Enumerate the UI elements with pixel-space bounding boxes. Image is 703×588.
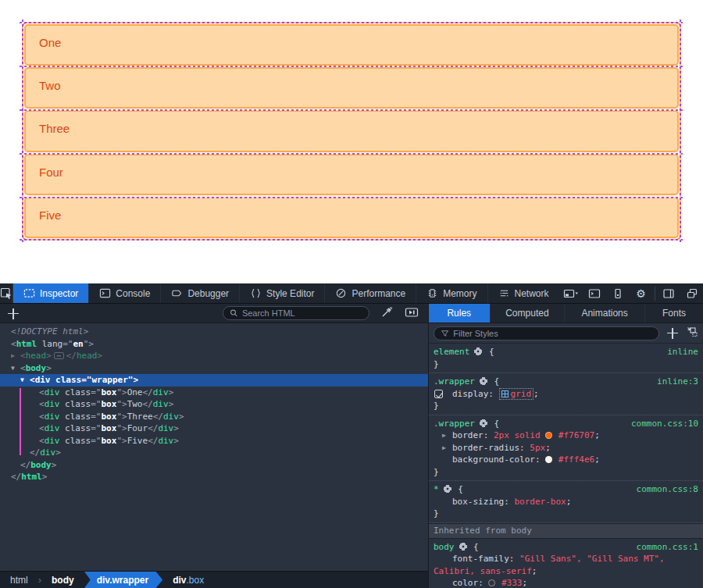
grid-highlighter-icon[interactable]: [501, 390, 509, 397]
markup-line[interactable]: <html lang="en">: [0, 338, 428, 351]
breadcrumb-item-body[interactable]: body: [41, 572, 84, 588]
collapse-arrow-icon[interactable]: ▼: [11, 362, 15, 375]
selector-gear-icon[interactable]: [480, 419, 487, 427]
property-value[interactable]: #f76707: [553, 430, 594, 440]
selector-gear-icon[interactable]: [474, 347, 482, 355]
tab-fonts[interactable]: Fonts: [645, 304, 703, 323]
tab-network[interactable]: Network: [488, 283, 559, 303]
css-property[interactable]: ▶border-radius: 5px;: [429, 442, 703, 454]
property-name[interactable]: color: [452, 578, 478, 588]
rule-source-link[interactable]: common.css:1: [637, 541, 698, 554]
markup-line[interactable]: ▶<head></head>: [0, 350, 428, 362]
property-semicolon: ;: [566, 497, 572, 507]
popout-window-button[interactable]: [680, 283, 703, 304]
selector-gear-icon[interactable]: [444, 485, 451, 493]
property-name[interactable]: border: [452, 430, 484, 440]
css-property[interactable]: ▶border: 2px solid #f76707;: [429, 429, 703, 442]
markup-line[interactable]: <div class="box">Three</div>: [0, 411, 428, 423]
color-swatch[interactable]: [545, 456, 552, 463]
property-name[interactable]: display: [452, 389, 488, 399]
tab-inspector[interactable]: Inspector: [13, 283, 89, 303]
add-node-button[interactable]: [0, 304, 27, 323]
paused-overlay-button[interactable]: [405, 306, 419, 321]
tab-memory[interactable]: Memory: [416, 283, 487, 303]
expand-property-icon[interactable]: ▶: [442, 442, 446, 454]
enable-property-checkbox[interactable]: [434, 390, 443, 398]
filter-styles-input[interactable]: [453, 329, 652, 338]
breadcrumb-item-divwrapper[interactable]: div.wrapper: [84, 572, 162, 588]
tab-animations[interactable]: Animations: [565, 304, 645, 323]
property-name[interactable]: background-color: [452, 454, 535, 465]
rule-selector-line[interactable]: .wrapper {inline:3: [429, 376, 703, 388]
split-console-button[interactable]: [583, 283, 606, 304]
rule-selector[interactable]: body: [434, 542, 455, 552]
rule-selector[interactable]: .wrapper: [434, 419, 475, 429]
dock-options-button[interactable]: [559, 283, 583, 304]
expand-arrow-icon[interactable]: ▶: [11, 350, 15, 362]
rule-source-link[interactable]: inline: [667, 346, 698, 358]
markup-line[interactable]: <div class="box">Four</div>: [0, 422, 428, 435]
markup-line[interactable]: </body>: [0, 459, 428, 472]
property-name[interactable]: border-radius: [452, 443, 519, 453]
eyedropper-button[interactable]: [380, 305, 394, 321]
add-rule-button[interactable]: [666, 326, 680, 340]
rule-selector-line[interactable]: body {common.css:1: [429, 541, 703, 554]
rule-selector[interactable]: *: [434, 484, 439, 494]
tab-debugger[interactable]: Debugger: [161, 283, 240, 303]
rule-selector-line[interactable]: element {inline: [429, 346, 703, 358]
markup-line[interactable]: <div class="box">One</div>: [0, 387, 428, 399]
tab-computed[interactable]: Computed: [491, 304, 566, 323]
property-name[interactable]: font-family: [452, 554, 509, 564]
element-picker-button[interactable]: [0, 283, 13, 303]
rule-source-link[interactable]: common.css:8: [637, 483, 698, 496]
rule-selector[interactable]: element: [434, 347, 469, 357]
css-property[interactable]: font-family: "Gill Sans", "Gill Sans MT"…: [429, 553, 703, 577]
pseudo-class-panel-button[interactable]: [686, 326, 698, 340]
selector-gear-icon[interactable]: [480, 377, 487, 385]
rule-source-link[interactable]: common.css:10: [631, 418, 698, 430]
breadcrumb-item-html[interactable]: html: [0, 572, 38, 588]
markup-line[interactable]: <div class="box">Five</div>: [0, 435, 428, 447]
css-property[interactable]: background-color: #fff4e6;: [429, 454, 703, 466]
markup-line[interactable]: </div>: [0, 447, 428, 459]
property-value[interactable]: border-box: [514, 497, 566, 507]
responsive-design-button[interactable]: [606, 283, 630, 304]
tab-rules[interactable]: Rules: [429, 304, 491, 323]
markup-line[interactable]: ▼<div class="wrapper">: [0, 374, 428, 387]
search-html-input[interactable]: [242, 308, 362, 318]
markup-token: div: [40, 447, 55, 458]
property-value[interactable]: "Gill Sans", "Gill Sans MT",: [519, 554, 664, 564]
breadcrumb-item-div[interactable]: div.box: [162, 572, 214, 588]
rule-source-link[interactable]: inline:3: [657, 376, 698, 388]
property-value[interactable]: #333: [496, 578, 522, 588]
color-swatch[interactable]: [545, 432, 552, 439]
color-swatch[interactable]: [488, 579, 495, 586]
property-value[interactable]: 5px: [530, 443, 545, 453]
property-value[interactable]: #fff4e6: [553, 454, 594, 465]
tab-style-editor[interactable]: Style Editor: [240, 283, 325, 303]
property-value[interactable]: grid: [511, 389, 532, 399]
property-value[interactable]: 2px solid: [494, 430, 545, 440]
expand-property-icon[interactable]: ▶: [442, 429, 446, 442]
rule-selector[interactable]: .wrapper: [434, 376, 475, 387]
rule-selector-line[interactable]: .wrapper {common.css:10: [429, 418, 703, 430]
tab-performance[interactable]: Performance: [325, 283, 416, 303]
sidebar-toggle-button[interactable]: [657, 283, 680, 304]
property-value[interactable]: Calibri, sans-serif: [434, 566, 532, 576]
collapsed-content-icon[interactable]: [54, 352, 64, 359]
markup-line[interactable]: ▼<body>: [0, 362, 428, 375]
grid-value-badge[interactable]: grid: [499, 388, 534, 400]
rule-selector-line[interactable]: * {common.css:8: [429, 483, 703, 496]
markup-line[interactable]: <div class="box">Two</div>: [0, 398, 428, 411]
css-property[interactable]: box-sizing: border-box;: [429, 496, 703, 508]
tab-console[interactable]: Console: [89, 283, 161, 303]
settings-button[interactable]: ⚙: [630, 283, 653, 304]
markup-line[interactable]: <!DOCTYPE html>: [0, 326, 428, 338]
collapse-arrow-icon[interactable]: ▼: [20, 374, 24, 387]
css-property[interactable]: display: grid;: [429, 388, 703, 401]
markup-line[interactable]: </html>: [0, 471, 428, 483]
devtools-toolbar-icons: ⚙: [559, 283, 703, 303]
selector-gear-icon[interactable]: [459, 543, 467, 551]
css-property[interactable]: color: #333;: [429, 577, 703, 588]
property-name[interactable]: box-sizing: [452, 497, 504, 507]
